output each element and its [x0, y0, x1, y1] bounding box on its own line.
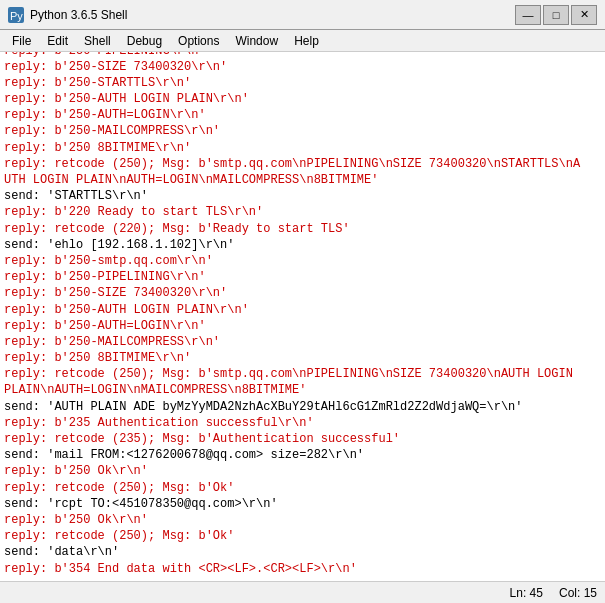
shell-line: reply: b'250-AUTH LOGIN PLAIN\r\n' — [4, 302, 601, 318]
shell-line: reply: retcode (250); Msg: b'smtp.qq.com… — [4, 366, 601, 382]
shell-output[interactable]: Python 3.6.5 (v3.6.5:f59c0932b4, Mar 28 … — [0, 52, 605, 581]
shell-line: reply: b'354 End data with <CR><LF>.<CR>… — [4, 561, 601, 577]
menu-item-help[interactable]: Help — [286, 30, 327, 51]
close-button[interactable]: ✕ — [571, 5, 597, 25]
col-number: Col: 15 — [559, 586, 597, 600]
shell-line: reply: retcode (250); Msg: b'Ok' — [4, 528, 601, 544]
shell-line: reply: retcode (220); Msg: b'Ready to st… — [4, 221, 601, 237]
shell-line: reply: retcode (250); Msg: b'smtp.qq.com… — [4, 156, 601, 172]
shell-line: reply: retcode (250); Msg: b'Ok' — [4, 480, 601, 496]
svg-text:Py: Py — [10, 10, 23, 22]
shell-line: reply: b'250-MAILCOMPRESS\r\n' — [4, 123, 601, 139]
shell-line: send: 'data\r\n' — [4, 544, 601, 560]
menu-item-edit[interactable]: Edit — [39, 30, 76, 51]
shell-line: UTH LOGIN PLAIN\nAUTH=LOGIN\nMAILCOMPRES… — [4, 172, 601, 188]
shell-line: send: 'rcpt TO:<451078350@qq.com>\r\n' — [4, 496, 601, 512]
shell-line: send: 'STARTTLS\r\n' — [4, 188, 601, 204]
shell-line: reply: b'250-STARTTLS\r\n' — [4, 75, 601, 91]
shell-line: reply: b'250-AUTH LOGIN PLAIN\r\n' — [4, 91, 601, 107]
shell-line: reply: b'250-AUTH=LOGIN\r\n' — [4, 107, 601, 123]
menu-item-options[interactable]: Options — [170, 30, 227, 51]
maximize-button[interactable]: □ — [543, 5, 569, 25]
shell-line: reply: retcode (235); Msg: b'Authenticat… — [4, 431, 601, 447]
shell-line: reply: b'235 Authentication successful\r… — [4, 415, 601, 431]
shell-line: send: 'ehlo [192.168.1.102]\r\n' — [4, 237, 601, 253]
menu-item-shell[interactable]: Shell — [76, 30, 119, 51]
shell-line: reply: b'250-PIPELINING\r\n' — [4, 52, 601, 59]
shell-line: reply: b'250-AUTH=LOGIN\r\n' — [4, 318, 601, 334]
shell-line: reply: b'250-MAILCOMPRESS\r\n' — [4, 334, 601, 350]
shell-line: reply: b'250 Ok\r\n' — [4, 512, 601, 528]
menu-item-window[interactable]: Window — [227, 30, 286, 51]
shell-line: PLAIN\nAUTH=LOGIN\nMAILCOMPRESS\n8BITMIM… — [4, 382, 601, 398]
menu-item-debug[interactable]: Debug — [119, 30, 170, 51]
shell-line: reply: b'250-SIZE 73400320\r\n' — [4, 285, 601, 301]
shell-line: send: 'AUTH PLAIN ADE byMzYyMDA2NzhAcXBu… — [4, 399, 601, 415]
shell-line: reply: b'250-smtp.qq.com\r\n' — [4, 253, 601, 269]
shell-line: send: 'mail FROM:<1276200678@qq.com> siz… — [4, 447, 601, 463]
minimize-button[interactable]: — — [515, 5, 541, 25]
shell-line: reply: b'250-PIPELINING\r\n' — [4, 269, 601, 285]
line-number: Ln: 45 — [510, 586, 543, 600]
python-icon: Py — [8, 7, 24, 23]
menu-bar: FileEditShellDebugOptionsWindowHelp — [0, 30, 605, 52]
window-controls: — □ ✕ — [515, 5, 597, 25]
window-title: Python 3.6.5 Shell — [30, 8, 515, 22]
shell-line: reply: b'250 Ok\r\n' — [4, 463, 601, 479]
shell-line: reply: b'250 8BITMIME\r\n' — [4, 350, 601, 366]
menu-item-file[interactable]: File — [4, 30, 39, 51]
status-bar: Ln: 45 Col: 15 — [0, 581, 605, 603]
shell-line: reply: b'250-SIZE 73400320\r\n' — [4, 59, 601, 75]
shell-line: reply: b'220 Ready to start TLS\r\n' — [4, 204, 601, 220]
title-bar: Py Python 3.6.5 Shell — □ ✕ — [0, 0, 605, 30]
shell-line: reply: b'250 8BITMIME\r\n' — [4, 140, 601, 156]
